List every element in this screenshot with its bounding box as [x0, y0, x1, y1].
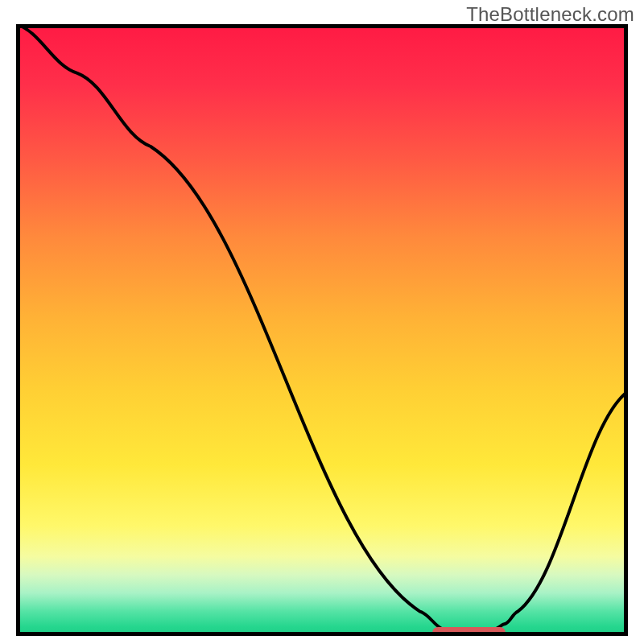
- optimum-marker: [432, 627, 506, 636]
- plot-area: [16, 24, 628, 636]
- bottleneck-curve: [16, 24, 628, 636]
- chart-container: TheBottleneck.com: [0, 0, 644, 644]
- watermark-text: TheBottleneck.com: [466, 3, 634, 26]
